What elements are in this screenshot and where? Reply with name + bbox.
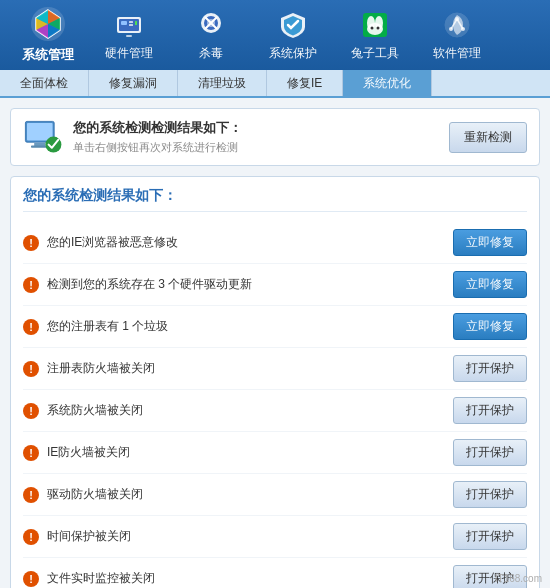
result-item: !IE防火墙被关闭打开保护 [23, 432, 527, 474]
result-text: 您的注册表有 1 个垃圾 [47, 318, 168, 335]
watermark: IT168.com [495, 573, 542, 584]
result-item: !您的IE浏览器被恶意修改立即修复 [23, 222, 527, 264]
nav-kill[interactable]: 杀毒 [170, 5, 252, 65]
protect-button[interactable]: 打开保护 [453, 355, 527, 382]
result-item-left: !系统防火墙被关闭 [23, 402, 453, 419]
svg-point-16 [367, 23, 383, 35]
results-list: !您的IE浏览器被恶意修改立即修复!检测到您的系统存在 3 个硬件驱动更新立即修… [23, 222, 527, 588]
fix-button[interactable]: 立即修复 [453, 271, 527, 298]
results-section: 您的系统检测结果如下： !您的IE浏览器被恶意修改立即修复!检测到您的系统存在 … [10, 176, 540, 588]
result-item-left: !时间保护被关闭 [23, 528, 453, 545]
result-item-left: !文件实时监控被关闭 [23, 570, 453, 587]
svg-rect-4 [129, 21, 133, 23]
top-nav-bar: 系统管理 硬件管理 杀毒 系统保护 [0, 0, 550, 70]
warning-icon: ! [23, 235, 39, 251]
result-item-left: !驱动防火墙被关闭 [23, 486, 453, 503]
logo-icon [30, 6, 66, 42]
result-text: 注册表防火墙被关闭 [47, 360, 155, 377]
protect-button[interactable]: 打开保护 [453, 397, 527, 424]
tab-full-check[interactable]: 全面体检 [0, 70, 89, 96]
result-item-left: !注册表防火墙被关闭 [23, 360, 453, 377]
svg-rect-5 [129, 24, 133, 26]
tab-clean-trash[interactable]: 清理垃圾 [178, 70, 267, 96]
svg-rect-3 [121, 21, 127, 25]
status-banner-left: 您的系统检测检测结果如下： 单击右侧按钮再次对系统进行检测 [23, 119, 242, 155]
warning-icon: ! [23, 529, 39, 545]
protect-button[interactable]: 打开保护 [453, 523, 527, 550]
warning-icon: ! [23, 277, 39, 293]
svg-rect-7 [126, 35, 132, 37]
nav-rabbit[interactable]: 兔子工具 [334, 5, 416, 65]
status-banner: 您的系统检测检测结果如下： 单击右侧按钮再次对系统进行检测 重新检测 [10, 108, 540, 166]
svg-point-18 [377, 26, 380, 29]
kill-icon [195, 9, 227, 41]
result-text: 时间保护被关闭 [47, 528, 131, 545]
result-item: !检测到您的系统存在 3 个硬件驱动更新立即修复 [23, 264, 527, 306]
svg-point-17 [371, 26, 374, 29]
status-subtitle: 单击右侧按钮再次对系统进行检测 [73, 140, 242, 155]
result-text: 驱动防火墙被关闭 [47, 486, 143, 503]
nav-protect[interactable]: 系统保护 [252, 5, 334, 65]
nav-hardware-label: 硬件管理 [105, 45, 153, 62]
result-item: !时间保护被关闭打开保护 [23, 516, 527, 558]
warning-icon: ! [23, 361, 39, 377]
nav-kill-label: 杀毒 [199, 45, 223, 62]
result-item-left: !IE防火墙被关闭 [23, 444, 453, 461]
warning-icon: ! [23, 571, 39, 587]
nav-software[interactable]: 软件管理 [416, 5, 498, 65]
tab-repair-missing[interactable]: 修复漏洞 [89, 70, 178, 96]
result-item: !系统防火墙被关闭打开保护 [23, 390, 527, 432]
tab-sys-optimize[interactable]: 系统优化 [343, 70, 432, 96]
result-text: 检测到您的系统存在 3 个硬件驱动更新 [47, 276, 252, 293]
result-item: !文件实时监控被关闭打开保护 [23, 558, 527, 588]
nav-protect-label: 系统保护 [269, 45, 317, 62]
result-item-left: !您的IE浏览器被恶意修改 [23, 234, 453, 251]
nav-software-label: 软件管理 [433, 45, 481, 62]
warning-icon: ! [23, 487, 39, 503]
nav-rabbit-label: 兔子工具 [351, 45, 399, 62]
fix-button[interactable]: 立即修复 [453, 313, 527, 340]
results-title: 您的系统检测结果如下： [23, 187, 527, 212]
recheck-button[interactable]: 重新检测 [449, 122, 527, 153]
result-item-left: !您的注册表有 1 个垃圾 [23, 318, 453, 335]
svg-rect-6 [135, 21, 137, 25]
result-text: 您的IE浏览器被恶意修改 [47, 234, 178, 251]
protect-icon [277, 9, 309, 41]
protect-button[interactable]: 打开保护 [453, 439, 527, 466]
tab-repair-ie[interactable]: 修复IE [267, 70, 343, 96]
fix-button[interactable]: 立即修复 [453, 229, 527, 256]
main-content: 您的系统检测检测结果如下： 单击右侧按钮再次对系统进行检测 重新检测 您的系统检… [0, 98, 550, 588]
result-item: !注册表防火墙被关闭打开保护 [23, 348, 527, 390]
result-text: 系统防火墙被关闭 [47, 402, 143, 419]
tab-bar: 全面体检 修复漏洞 清理垃圾 修复IE 系统优化 [0, 70, 550, 98]
status-title: 您的系统检测检测结果如下： [73, 119, 242, 137]
hardware-icon [113, 9, 145, 41]
status-text: 您的系统检测检测结果如下： 单击右侧按钮再次对系统进行检测 [73, 119, 242, 155]
result-text: 文件实时监控被关闭 [47, 570, 155, 587]
software-icon [441, 9, 473, 41]
logo-area[interactable]: 系统管理 [8, 6, 88, 64]
nav-hardware[interactable]: 硬件管理 [88, 5, 170, 65]
svg-rect-26 [27, 123, 53, 141]
warning-icon: ! [23, 445, 39, 461]
result-text: IE防火墙被关闭 [47, 444, 130, 461]
pc-icon [23, 119, 63, 155]
logo-label: 系统管理 [22, 46, 74, 64]
result-item: !驱动防火墙被关闭打开保护 [23, 474, 527, 516]
rabbit-icon [359, 9, 391, 41]
warning-icon: ! [23, 319, 39, 335]
protect-button[interactable]: 打开保护 [453, 481, 527, 508]
result-item: !您的注册表有 1 个垃圾立即修复 [23, 306, 527, 348]
warning-icon: ! [23, 403, 39, 419]
result-item-left: !检测到您的系统存在 3 个硬件驱动更新 [23, 276, 453, 293]
